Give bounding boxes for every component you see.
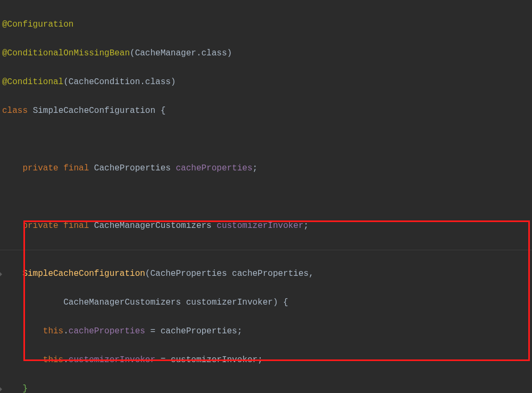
code-line: private final CacheManagerCustomizers cu…	[0, 219, 532, 233]
annotation: @ConditionalOnMissingBean	[2, 48, 130, 58]
code-line: @ConditionalOnMissingBean(CacheManager.c…	[0, 46, 532, 61]
code-line	[0, 133, 532, 147]
code-editor[interactable]: @Configuration @ConditionalOnMissingBean…	[0, 0, 532, 393]
code-line: @Configuration	[0, 18, 532, 32]
code-line: this.cacheProperties = cacheProperties;	[0, 324, 532, 339]
gutter-marker-icon	[0, 387, 2, 391]
code-line: class SimpleCacheConfiguration {	[0, 104, 532, 118]
code-line: this.customizerInvoker = customizerInvok…	[0, 353, 532, 367]
gutter-marker-icon	[0, 272, 2, 276]
code-line: @Conditional(CacheCondition.class)	[0, 75, 532, 89]
code-line	[0, 190, 532, 204]
code-line: }	[0, 382, 532, 393]
annotation: @Conditional	[2, 77, 63, 87]
annotation: @Configuration	[2, 20, 73, 29]
code-line: private final CacheProperties cachePrope…	[0, 161, 532, 176]
code-line: SimpleCacheConfiguration(CacheProperties…	[0, 267, 532, 281]
code-line: CacheManagerCustomizers customizerInvoke…	[0, 296, 532, 310]
